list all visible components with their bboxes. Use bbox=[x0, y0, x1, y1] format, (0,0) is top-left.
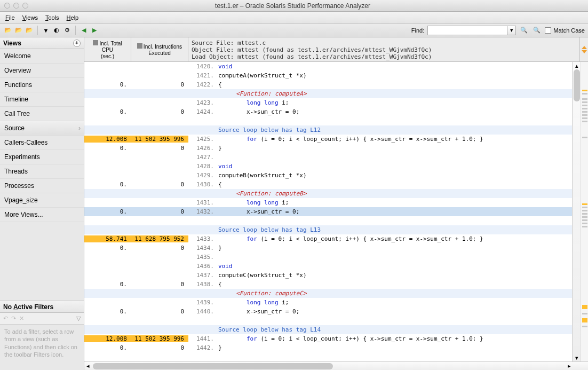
overview-mark[interactable] bbox=[582, 90, 587, 91]
find-up-icon[interactable]: 🔍 bbox=[519, 26, 529, 35]
menu-help[interactable]: Help bbox=[63, 13, 82, 22]
overview-mark[interactable] bbox=[582, 318, 587, 322]
sidebar-item-more-views-[interactable]: More Views... bbox=[0, 208, 84, 222]
source-row[interactable]: 1431. long long i; bbox=[84, 198, 572, 207]
menu-views[interactable]: Views bbox=[19, 13, 41, 22]
source-row[interactable]: 1421.computeA(workStruct_t *x) bbox=[84, 71, 572, 80]
overview-mark[interactable] bbox=[582, 313, 587, 314]
source-row[interactable]: 0.01442.} bbox=[84, 343, 572, 352]
filter-funnel-icon[interactable]: ▽ bbox=[76, 315, 81, 322]
source-row[interactable]: 0.01434.} bbox=[84, 243, 572, 253]
source-row[interactable]: <Function: computeC> bbox=[84, 289, 572, 298]
sidebar-item-callers-callees[interactable]: Callers-Callees bbox=[0, 136, 84, 150]
sidebar-item-experiments[interactable]: Experiments bbox=[0, 150, 84, 164]
find-input[interactable] bbox=[427, 26, 507, 35]
prev-hot-icon[interactable] bbox=[582, 46, 587, 49]
filters-icon[interactable]: ▼ bbox=[41, 26, 51, 35]
menu-file[interactable]: File bbox=[2, 13, 18, 22]
source-row[interactable]: 1435. bbox=[84, 253, 572, 262]
source-row[interactable]: 0.01440. x->sum_ctr = 0; bbox=[84, 307, 572, 316]
sidebar-item-vpage-size[interactable]: Vpage_size bbox=[0, 193, 84, 208]
scroll-left-icon[interactable]: ◂ bbox=[84, 363, 92, 369]
overview-mark[interactable] bbox=[582, 223, 587, 224]
col-header-cpu[interactable]: Incl. Total CPU (sec.) bbox=[84, 37, 131, 61]
remove-filter-icon[interactable]: ✕ bbox=[19, 315, 24, 322]
nav-back-icon[interactable]: ◀ bbox=[79, 26, 89, 35]
source-row[interactable]: Source loop below has tag L12 bbox=[84, 125, 572, 135]
source-row[interactable]: 1428.void bbox=[84, 162, 572, 171]
source-body[interactable]: 1420.void1421.computeA(workStruct_t *x)0… bbox=[84, 62, 572, 361]
overview-mark[interactable] bbox=[582, 121, 587, 122]
nav-fwd-icon[interactable]: ▶ bbox=[90, 26, 99, 35]
scroll-thumb[interactable] bbox=[574, 69, 580, 101]
library-visibility-icon[interactable]: ◐ bbox=[52, 26, 61, 35]
source-row[interactable]: 12.00811 502 395 9961441. for (i = 0; i … bbox=[84, 334, 572, 343]
overview-mark[interactable] bbox=[582, 98, 587, 100]
overview-mark[interactable] bbox=[582, 137, 587, 138]
source-row[interactable]: 0.01438.{ bbox=[84, 280, 572, 289]
redo-filter-icon[interactable]: ↷ bbox=[11, 315, 16, 322]
overview-mark[interactable] bbox=[582, 114, 587, 116]
source-row[interactable]: 0.01426.} bbox=[84, 144, 572, 153]
overview-mark[interactable] bbox=[582, 203, 587, 205]
overview-mark[interactable] bbox=[582, 117, 587, 119]
source-row[interactable] bbox=[84, 316, 572, 325]
sidebar-item-threads[interactable]: Threads bbox=[0, 164, 84, 179]
source-row[interactable]: 58.74111 628 795 9521433. for (i = 0; i … bbox=[84, 234, 572, 243]
source-row[interactable]: 12.00811 502 395 9961425. for (i = 0; i … bbox=[84, 135, 572, 144]
next-hot-icon[interactable] bbox=[582, 50, 587, 53]
close-window-btn[interactable] bbox=[4, 3, 10, 9]
sidebar-item-welcome[interactable]: Welcome bbox=[0, 49, 84, 64]
source-row[interactable]: Source loop below has tag L14 bbox=[84, 325, 572, 334]
overview-mark[interactable] bbox=[582, 219, 587, 221]
sidebar-item-overview[interactable]: Overview bbox=[0, 64, 84, 78]
settings-icon[interactable]: ⚙ bbox=[62, 26, 72, 35]
overview-mark[interactable] bbox=[582, 213, 587, 215]
overview-mark[interactable] bbox=[582, 207, 587, 208]
source-row[interactable]: 0.01430.{ bbox=[84, 180, 572, 189]
aggregate-experiments-icon[interactable]: 📂 bbox=[25, 26, 34, 35]
source-row[interactable]: 0.01422.{ bbox=[84, 80, 572, 89]
source-row[interactable] bbox=[84, 216, 572, 225]
source-row[interactable]: 1423. long long i; bbox=[84, 98, 572, 107]
source-row[interactable]: 1420.void bbox=[84, 62, 572, 71]
hscroll-thumb[interactable] bbox=[93, 363, 333, 369]
source-row[interactable]: 1427. bbox=[84, 153, 572, 162]
source-row[interactable]: 0.01432. x->sum_ctr = 0; bbox=[84, 207, 572, 216]
source-row[interactable]: 1437.computeC(workStruct_t *x) bbox=[84, 271, 572, 280]
scroll-up-icon[interactable]: ▴ bbox=[573, 62, 581, 69]
overview-mark[interactable] bbox=[582, 105, 587, 106]
horizontal-scrollbar[interactable]: ◂ ▸ bbox=[84, 361, 588, 370]
overview-mark[interactable] bbox=[582, 326, 587, 327]
source-row[interactable]: 1429.computeB(workStruct_t *x) bbox=[84, 171, 572, 180]
minimize-window-btn[interactable] bbox=[13, 3, 19, 9]
source-row[interactable]: 0.01424. x->sum_ctr = 0; bbox=[84, 107, 572, 116]
overview-mark[interactable] bbox=[582, 93, 587, 95]
zoom-window-btn[interactable] bbox=[22, 3, 28, 9]
source-row[interactable]: <Function: computeA> bbox=[84, 89, 572, 98]
find-down-icon[interactable]: 🔍 bbox=[532, 26, 542, 35]
source-row[interactable]: <Function: computeB> bbox=[84, 189, 572, 198]
sidebar-item-functions[interactable]: Functions bbox=[0, 78, 84, 92]
undo-filter-icon[interactable]: ↶ bbox=[3, 315, 8, 322]
overview-mark[interactable] bbox=[582, 305, 587, 309]
overview-mark[interactable] bbox=[582, 108, 587, 109]
overview-mark[interactable] bbox=[582, 111, 587, 113]
menu-tools[interactable]: Tools bbox=[42, 13, 62, 22]
sidebar-item-call-tree[interactable]: Call Tree bbox=[0, 107, 84, 121]
source-row[interactable]: 1439. long long i; bbox=[84, 298, 572, 307]
col-header-instructions[interactable]: Incl. Instructions Executed bbox=[131, 37, 188, 61]
vertical-scrollbar[interactable]: ▴ ▾ bbox=[572, 62, 581, 361]
add-view-button[interactable]: + bbox=[73, 40, 81, 47]
compare-experiments-icon[interactable]: 📂 bbox=[14, 26, 23, 35]
sidebar-item-processes[interactable]: Processes bbox=[0, 179, 84, 193]
scroll-right-icon[interactable]: ▸ bbox=[568, 363, 571, 369]
overview-mark[interactable] bbox=[582, 216, 587, 218]
find-dropdown[interactable]: ▾ bbox=[507, 26, 516, 35]
scroll-down-icon[interactable]: ▾ bbox=[573, 354, 581, 361]
overview-strip[interactable] bbox=[581, 62, 588, 361]
sidebar-item-source[interactable]: Source bbox=[0, 121, 84, 136]
source-row[interactable]: 1436.void bbox=[84, 262, 572, 271]
overview-mark[interactable] bbox=[582, 101, 587, 103]
sidebar-item-timeline[interactable]: Timeline bbox=[0, 92, 84, 107]
